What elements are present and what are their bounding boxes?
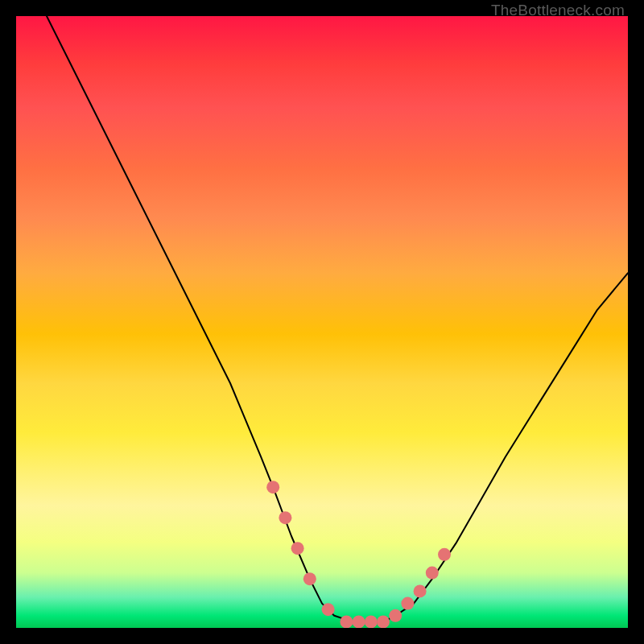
data-dot: [266, 481, 279, 493]
data-dot: [340, 615, 353, 628]
data-dot: [389, 609, 402, 622]
data-dot: [438, 548, 451, 561]
data-dots: [266, 481, 451, 628]
chart-svg: [16, 16, 628, 628]
data-dot: [377, 615, 390, 628]
data-dot: [279, 511, 291, 524]
bottleneck-curve: [47, 16, 628, 621]
curve-group: [47, 16, 628, 621]
chart-frame: TheBottleneck.com: [0, 0, 644, 644]
plot-area: [16, 16, 628, 628]
data-dot: [414, 584, 427, 597]
data-dot: [365, 615, 378, 628]
data-dot: [401, 597, 414, 610]
data-dot: [322, 603, 335, 616]
data-dot: [426, 567, 439, 580]
data-dot: [353, 615, 365, 628]
data-dot: [291, 542, 304, 555]
data-dot: [303, 572, 316, 585]
